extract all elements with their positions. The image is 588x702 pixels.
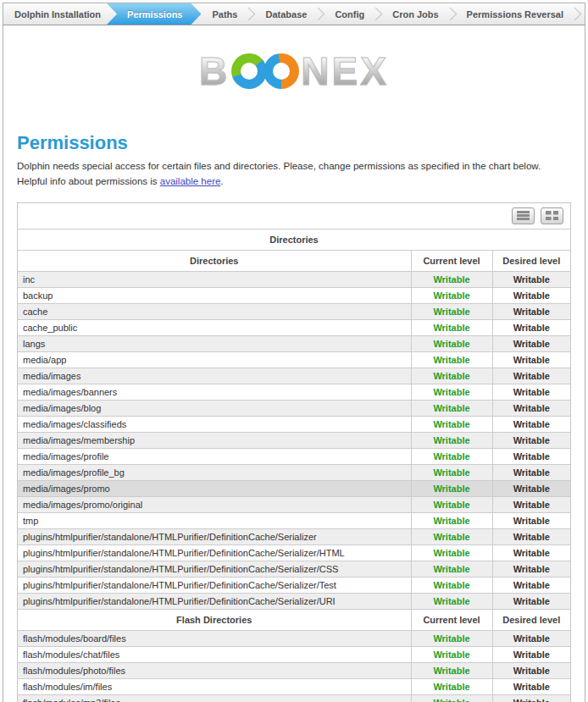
table-caption-row: Directories bbox=[18, 229, 570, 251]
desired-level-cell: Writable bbox=[492, 400, 570, 416]
current-level-cell: Writable bbox=[411, 303, 492, 319]
current-level-header: Current level bbox=[411, 250, 492, 271]
table-row: plugins/htmlpurifier/standalone/HTMLPuri… bbox=[18, 577, 570, 593]
current-level-cell: Writable bbox=[411, 287, 492, 303]
directory-cell: plugins/htmlpurifier/standalone/HTMLPuri… bbox=[18, 577, 411, 593]
nav-item-dolphin-installation[interactable]: Dolphin Installation bbox=[3, 3, 112, 25]
description-suffix: . bbox=[220, 176, 223, 186]
section-header-label: Directories bbox=[18, 250, 411, 271]
table-row: backupWritableWritable bbox=[18, 287, 570, 303]
table-row: tmpWritableWritable bbox=[18, 512, 570, 528]
current-level-cell: Writable bbox=[411, 662, 492, 678]
directory-cell: flash/modules/mp3/files bbox=[18, 694, 411, 702]
directory-cell: plugins/htmlpurifier/standalone/HTMLPuri… bbox=[18, 593, 411, 609]
directory-cell: media/images/promo/original bbox=[18, 496, 411, 512]
directory-cell: media/images/promo bbox=[18, 480, 411, 496]
directory-cell: media/app bbox=[18, 351, 411, 368]
current-level-cell: Writable bbox=[411, 593, 492, 609]
desired-level-cell: Writable bbox=[492, 528, 570, 544]
current-level-cell: Writable bbox=[411, 678, 492, 694]
directory-cell: plugins/htmlpurifier/standalone/HTMLPuri… bbox=[18, 561, 411, 577]
directory-cell: media/images/membership bbox=[18, 432, 411, 448]
desired-level-cell: Writable bbox=[492, 368, 570, 384]
table-row: langsWritableWritable bbox=[18, 335, 570, 351]
current-level-cell: Writable bbox=[411, 630, 492, 646]
permissions-table: DirectoriesDirectoriesCurrent levelDesir… bbox=[18, 229, 570, 702]
current-level-cell: Writable bbox=[411, 694, 492, 702]
table-row: media/images/membershipWritableWritable bbox=[18, 432, 570, 448]
current-level-cell: Writable bbox=[411, 577, 492, 593]
directory-cell: langs bbox=[18, 335, 411, 351]
current-level-cell: Writable bbox=[411, 416, 492, 432]
desired-level-cell: Writable bbox=[492, 271, 570, 287]
directory-cell: media/images bbox=[18, 368, 411, 384]
section-header-row: DirectoriesCurrent levelDesired level bbox=[18, 250, 570, 271]
directory-cell: tmp bbox=[18, 512, 411, 528]
nav-item-config[interactable]: Config bbox=[324, 3, 375, 25]
directory-cell: media/images/blog bbox=[18, 400, 411, 416]
directory-cell: media/images/classifieds bbox=[18, 416, 411, 432]
nav-item-permissions[interactable]: Permissions bbox=[107, 3, 201, 25]
current-level-cell: Writable bbox=[411, 432, 492, 448]
logo-green-blue-ring-icon bbox=[231, 53, 267, 89]
breadcrumb-nav: Dolphin InstallationPermissionsPathsData… bbox=[3, 3, 585, 25]
table-row: flash/modules/photo/filesWritableWritabl… bbox=[18, 662, 570, 678]
table-row: media/images/profileWritableWritable bbox=[18, 448, 570, 464]
table-row: incWritableWritable bbox=[18, 271, 570, 287]
list-view-icon bbox=[517, 211, 530, 220]
logo-letters-nex: NEX bbox=[301, 52, 389, 91]
current-level-cell: Writable bbox=[411, 368, 492, 384]
table-row: plugins/htmlpurifier/standalone/HTMLPuri… bbox=[18, 561, 570, 577]
current-level-cell: Writable bbox=[411, 646, 492, 662]
logo-blue-orange-ring-icon bbox=[263, 53, 299, 89]
current-level-cell: Writable bbox=[411, 319, 492, 335]
desired-level-cell: Writable bbox=[492, 544, 570, 561]
table-row: media/appWritableWritable bbox=[18, 351, 570, 368]
desired-level-cell: Writable bbox=[492, 384, 570, 400]
nav-item-cron-jobs[interactable]: Cron Jobs bbox=[381, 3, 449, 25]
content-area: B NEX Permissions Dolphin needs special … bbox=[3, 47, 585, 702]
page-description: Dolphin needs special access for certain… bbox=[17, 159, 571, 190]
nav-item-permissions-reversal[interactable]: Permissions Reversal bbox=[456, 3, 574, 25]
table-row: flash/modules/mp3/filesWritableWritable bbox=[18, 694, 570, 702]
current-level-header: Current level bbox=[411, 609, 492, 630]
directory-cell: backup bbox=[18, 287, 411, 303]
table-row: media/images/blogWritableWritable bbox=[18, 400, 570, 416]
current-level-cell: Writable bbox=[411, 448, 492, 464]
view-toolbar bbox=[18, 203, 570, 229]
table-row: flash/modules/im/filesWritableWritable bbox=[18, 678, 570, 694]
permissions-panel: DirectoriesDirectoriesCurrent levelDesir… bbox=[17, 202, 571, 702]
desired-level-cell: Writable bbox=[492, 416, 570, 432]
current-level-cell: Writable bbox=[411, 496, 492, 512]
table-row: flash/modules/board/filesWritableWritabl… bbox=[18, 630, 570, 646]
table-row: plugins/htmlpurifier/standalone/HTMLPuri… bbox=[18, 528, 570, 544]
directory-cell: flash/modules/im/files bbox=[18, 678, 411, 694]
current-level-cell: Writable bbox=[411, 335, 492, 351]
section-header-label: Flash Directories bbox=[18, 609, 411, 630]
directory-cell: cache bbox=[18, 303, 411, 319]
list-view-button[interactable] bbox=[512, 207, 535, 224]
grid-view-button[interactable] bbox=[541, 207, 563, 224]
directory-cell: flash/modules/chat/files bbox=[18, 646, 411, 662]
table-row: media/images/promo/originalWritableWrita… bbox=[18, 496, 570, 512]
current-level-cell: Writable bbox=[411, 384, 492, 400]
current-level-cell: Writable bbox=[411, 464, 492, 480]
desired-level-cell: Writable bbox=[492, 464, 570, 480]
available-here-link[interactable]: available here bbox=[160, 176, 221, 186]
page-container: Dolphin InstallationPermissionsPathsData… bbox=[3, 3, 585, 702]
desired-level-cell: Writable bbox=[492, 448, 570, 464]
directory-cell: flash/modules/photo/files bbox=[18, 662, 411, 678]
nav-item-database[interactable]: Database bbox=[254, 3, 318, 25]
table-row: plugins/htmlpurifier/standalone/HTMLPuri… bbox=[18, 544, 570, 561]
directory-cell: flash/modules/board/files bbox=[18, 630, 411, 646]
desired-level-cell: Writable bbox=[492, 694, 570, 702]
desired-level-cell: Writable bbox=[492, 496, 570, 512]
desired-level-cell: Writable bbox=[492, 480, 570, 496]
logo-letter-b: B bbox=[199, 52, 230, 91]
table-row: media/images/promoWritableWritable bbox=[18, 480, 570, 496]
current-level-cell: Writable bbox=[411, 561, 492, 577]
directory-cell: media/images/banners bbox=[18, 384, 411, 400]
current-level-cell: Writable bbox=[411, 544, 492, 561]
directory-cell: plugins/htmlpurifier/standalone/HTMLPuri… bbox=[18, 528, 411, 544]
current-level-cell: Writable bbox=[411, 351, 492, 368]
